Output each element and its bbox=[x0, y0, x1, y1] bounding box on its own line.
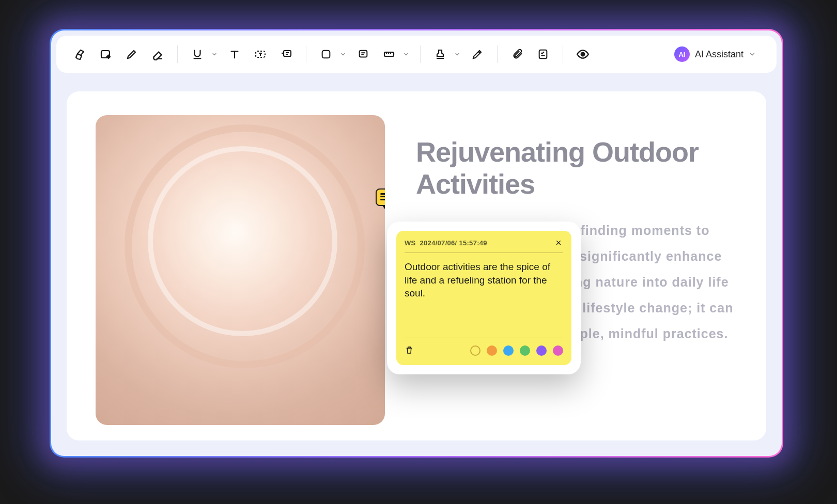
attachment-icon[interactable] bbox=[508, 45, 526, 64]
chevron-down-icon[interactable] bbox=[339, 51, 347, 58]
measure-icon[interactable] bbox=[380, 45, 398, 64]
note-timestamp: 2024/07/06/ 15:57:49 bbox=[420, 239, 487, 247]
svg-rect-3 bbox=[322, 51, 330, 58]
toolbar: AI AI Assistant bbox=[56, 36, 777, 73]
note-author: WS bbox=[405, 239, 416, 247]
close-icon[interactable] bbox=[554, 238, 563, 247]
document-title: Rejuvenating Outdoor Activities bbox=[416, 136, 737, 200]
app-window: AI AI Assistant Rejuvenating Outdoor Act… bbox=[50, 29, 783, 458]
toolbar-separator bbox=[420, 45, 421, 63]
chevron-down-icon[interactable] bbox=[211, 51, 218, 58]
area-highlight-icon[interactable] bbox=[97, 45, 115, 64]
svg-rect-4 bbox=[360, 51, 367, 57]
color-green[interactable] bbox=[520, 345, 530, 356]
ai-assistant-label: AI Assistant bbox=[695, 49, 743, 60]
chevron-down-icon bbox=[749, 51, 756, 58]
ai-badge-icon: AI bbox=[674, 46, 690, 62]
toolbar-separator bbox=[497, 45, 498, 63]
callout-icon[interactable] bbox=[277, 45, 296, 64]
chevron-down-icon[interactable] bbox=[454, 51, 461, 58]
toolbar-separator bbox=[563, 45, 563, 63]
eraser-icon[interactable] bbox=[148, 45, 167, 64]
underline-icon[interactable] bbox=[188, 45, 207, 64]
toolbar-separator bbox=[306, 45, 306, 63]
pencil-icon[interactable] bbox=[122, 45, 141, 64]
note-indicator-icon[interactable] bbox=[376, 188, 385, 206]
ai-assistant-button[interactable]: AI AI Assistant bbox=[668, 43, 762, 65]
divider bbox=[405, 253, 563, 253]
stamp-icon[interactable] bbox=[431, 45, 450, 64]
color-orange[interactable] bbox=[487, 345, 497, 356]
svg-rect-2 bbox=[284, 51, 291, 56]
color-blue[interactable] bbox=[503, 345, 514, 356]
color-yellow[interactable] bbox=[470, 345, 481, 356]
sticky-note: WS 2024/07/06/ 15:57:49 Outdoor activiti… bbox=[396, 231, 571, 365]
textbox-icon[interactable] bbox=[251, 45, 270, 64]
delete-icon[interactable] bbox=[405, 345, 415, 356]
svg-rect-6 bbox=[539, 50, 547, 59]
color-purple[interactable] bbox=[536, 345, 547, 356]
note-color-picker bbox=[470, 345, 563, 356]
shape-icon[interactable] bbox=[317, 45, 335, 64]
note-header: WS 2024/07/06/ 15:57:49 bbox=[405, 238, 563, 253]
eye-icon[interactable] bbox=[574, 45, 592, 64]
toolbar-separator bbox=[177, 45, 178, 63]
note-icon[interactable] bbox=[354, 45, 373, 64]
document-image bbox=[96, 115, 385, 425]
checklist-icon[interactable] bbox=[534, 45, 552, 64]
highlighter-icon[interactable] bbox=[71, 45, 89, 64]
signature-icon[interactable] bbox=[468, 45, 487, 64]
svg-point-7 bbox=[581, 53, 585, 56]
sticky-note-popup: WS 2024/07/06/ 15:57:49 Outdoor activiti… bbox=[387, 222, 581, 374]
note-footer bbox=[405, 338, 563, 356]
color-pink[interactable] bbox=[553, 345, 563, 356]
chevron-down-icon[interactable] bbox=[402, 51, 410, 58]
note-text[interactable]: Outdoor activities are the spice of life… bbox=[405, 260, 563, 338]
text-icon[interactable] bbox=[225, 45, 244, 64]
